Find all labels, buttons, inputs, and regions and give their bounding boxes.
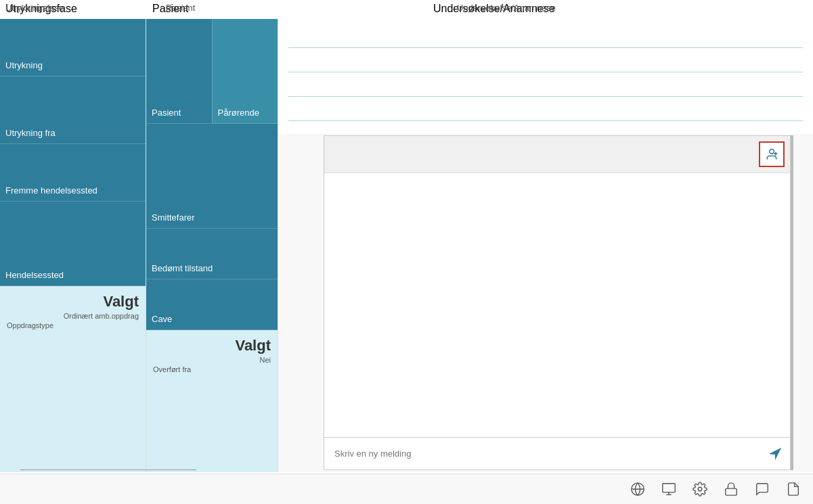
svg-rect-8 — [726, 488, 737, 495]
page-icon[interactable] — [784, 480, 803, 499]
tile-utrykning-fra[interactable]: Utrykning fra — [0, 76, 146, 144]
col-utrykningsfase: Utrykning Utrykning fra Fremme hendelses… — [0, 19, 146, 472]
tile-smittefarer-label: Smittefarer — [152, 212, 195, 223]
tile-parorende[interactable]: Pårørende — [212, 19, 278, 124]
undersokelse-line-2 — [288, 53, 803, 72]
settings-icon[interactable] — [690, 480, 709, 499]
col-label-pasient: Pasient — [166, 3, 195, 13]
tile-fremme-label: Fremme hendelsessted — [5, 185, 97, 196]
display-icon[interactable] — [659, 480, 678, 499]
tile-pasient[interactable]: Pasient — [146, 19, 212, 124]
col-label-utrykningsfase: Utrykningsfase — [5, 3, 64, 13]
undersokelse-line-4 — [288, 102, 803, 121]
lock-icon[interactable] — [722, 480, 741, 499]
undersokelse-line-1 — [288, 29, 803, 48]
tile-utrykning-label: Utrykning — [5, 60, 43, 70]
tile-parorende-label: Pårørende — [218, 108, 259, 118]
taskbar — [0, 474, 813, 504]
undersokelse-lines — [278, 19, 813, 134]
tile-smittefarer[interactable]: Smittefarer — [146, 124, 278, 229]
separator-line — [20, 469, 196, 470]
pasient-summary-valgt: Valgt — [153, 337, 271, 354]
tile-hendelsessted[interactable]: Hendelsessted — [0, 202, 146, 286]
tile-bedomt-label: Bedømt tilstand — [152, 263, 213, 273]
summary-valgt: Valgt — [7, 293, 139, 311]
svg-point-7 — [698, 487, 702, 491]
tile-fremme[interactable]: Fremme hendelsessted — [0, 144, 146, 202]
tile-cave[interactable]: Cave — [146, 279, 278, 330]
chat-input-area — [324, 437, 790, 469]
chat-icon[interactable] — [753, 480, 772, 499]
summary-sub2: Oppdragstype — [7, 321, 139, 329]
pasient-summary-overfort: Overført fra — [153, 365, 271, 373]
pasient-parorende-row: Pasient Pårørende — [146, 19, 278, 124]
summary-sub1: Ordinært amb.oppdrag — [7, 312, 139, 320]
tile-hendelsessted-label: Hendelsessted — [5, 270, 64, 280]
chat-panel — [324, 135, 791, 470]
globe-icon[interactable] — [628, 480, 647, 499]
pasient-summary-nei: Nei — [153, 356, 271, 364]
chat-messages — [324, 173, 790, 437]
summary-pasient: Valgt Nei Overført fra — [146, 330, 278, 472]
add-person-button[interactable] — [759, 141, 785, 167]
chat-input[interactable] — [324, 440, 760, 467]
svg-rect-4 — [663, 484, 675, 492]
tile-pasient-label: Pasient — [152, 108, 181, 118]
svg-point-0 — [770, 150, 774, 154]
col-label-undersokelse: Undersøkelse/Anamnese — [457, 3, 556, 13]
summary-utrykningsfase: Valgt Ordinært amb.oppdrag Oppdragstype — [0, 286, 146, 472]
tile-cave-label: Cave — [152, 314, 172, 324]
send-button[interactable] — [760, 439, 790, 469]
chat-panel-right-border — [791, 135, 793, 470]
tile-bedomt[interactable]: Bedømt tilstand — [146, 229, 278, 279]
chat-header — [324, 136, 790, 173]
undersokelse-line-3 — [288, 78, 803, 97]
col-pasient: Pasient Pårørende Smittefarer Bedømt til… — [146, 19, 278, 472]
tile-utrykning-fra-label: Utrykning fra — [5, 128, 56, 138]
tile-utrykning[interactable]: Utrykning — [0, 19, 146, 76]
